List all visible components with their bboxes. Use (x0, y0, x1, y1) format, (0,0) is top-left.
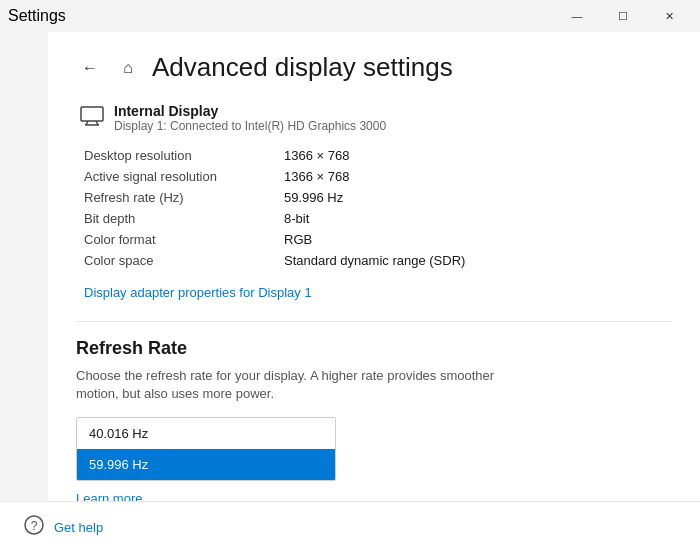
monitor-icon (80, 106, 104, 131)
page-header: ← ⌂ Advanced display settings (76, 52, 672, 83)
help-icon: ? (24, 515, 44, 540)
info-row-refresh: Refresh rate (Hz) 59.996 Hz (84, 187, 672, 208)
display-subtitle: Display 1: Connected to Intel(R) HD Grap… (114, 119, 386, 133)
content-area: ← ⌂ Advanced display settings (0, 32, 700, 501)
value-desktop-res: 1366 × 768 (284, 148, 349, 163)
title-bar: Settings — ☐ ✕ (0, 0, 700, 32)
refresh-rate-option-2[interactable]: 59.996 Hz (77, 449, 335, 480)
info-row-color-space: Color space Standard dynamic range (SDR) (84, 250, 672, 271)
display-name-group: Internal Display Display 1: Connected to… (114, 103, 386, 133)
page-title: Advanced display settings (152, 52, 453, 83)
bottom-bar: ? Get help (0, 501, 700, 553)
refresh-rate-title: Refresh Rate (76, 338, 672, 359)
display-name: Internal Display (114, 103, 386, 119)
value-refresh: 59.996 Hz (284, 190, 343, 205)
title-bar-controls: — ☐ ✕ (554, 0, 692, 32)
back-button[interactable]: ← (76, 54, 104, 82)
refresh-rate-section: Refresh Rate Choose the refresh rate for… (76, 338, 672, 501)
refresh-rate-list: 40.016 Hz 59.996 Hz (76, 417, 336, 481)
value-bit-depth: 8-bit (284, 211, 309, 226)
main-content: ← ⌂ Advanced display settings (48, 32, 700, 501)
title-bar-left: Settings (8, 7, 66, 25)
title-bar-title: Settings (8, 7, 66, 25)
get-help-link[interactable]: Get help (54, 520, 103, 535)
label-bit-depth: Bit depth (84, 211, 284, 226)
info-row-color-format: Color format RGB (84, 229, 672, 250)
label-color-format: Color format (84, 232, 284, 247)
minimize-button[interactable]: — (554, 0, 600, 32)
refresh-rate-option-1[interactable]: 40.016 Hz (77, 418, 335, 449)
svg-text:?: ? (31, 519, 38, 533)
label-color-space: Color space (84, 253, 284, 268)
adapter-properties-link[interactable]: Display adapter properties for Display 1 (84, 285, 312, 300)
svg-rect-0 (81, 107, 103, 121)
info-row-signal-res: Active signal resolution 1366 × 768 (84, 166, 672, 187)
section-divider (76, 321, 672, 322)
info-table: Desktop resolution 1366 × 768 Active sig… (84, 145, 672, 271)
label-refresh: Refresh rate (Hz) (84, 190, 284, 205)
close-button[interactable]: ✕ (646, 0, 692, 32)
value-signal-res: 1366 × 768 (284, 169, 349, 184)
value-color-format: RGB (284, 232, 312, 247)
home-icon: ⌂ (116, 56, 140, 80)
display-header: Internal Display Display 1: Connected to… (80, 103, 672, 133)
refresh-rate-description: Choose the refresh rate for your display… (76, 367, 496, 403)
label-desktop-res: Desktop resolution (84, 148, 284, 163)
label-signal-res: Active signal resolution (84, 169, 284, 184)
maximize-button[interactable]: ☐ (600, 0, 646, 32)
info-row-desktop-res: Desktop resolution 1366 × 768 (84, 145, 672, 166)
sidebar (0, 32, 48, 501)
display-section: Internal Display Display 1: Connected to… (76, 103, 672, 301)
settings-window: Settings — ☐ ✕ ← ⌂ Advanced display sett… (0, 0, 700, 553)
learn-more-link[interactable]: Learn more (76, 491, 142, 501)
value-color-space: Standard dynamic range (SDR) (284, 253, 465, 268)
info-row-bit-depth: Bit depth 8-bit (84, 208, 672, 229)
